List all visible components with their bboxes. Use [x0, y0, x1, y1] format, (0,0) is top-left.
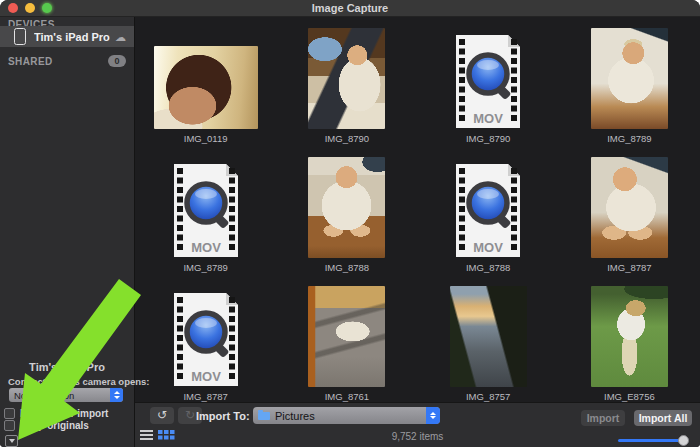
import-all-button[interactable]: Import All [634, 410, 692, 426]
svg-text:MOV: MOV [191, 369, 221, 384]
ipad-icon [14, 28, 26, 45]
delete-after-import-option: Delete after import [4, 408, 108, 419]
grid-item[interactable]: IMG_8789 [559, 16, 700, 145]
quicktime-movie-thumbnail: MOV [452, 34, 524, 129]
grid-item[interactable]: IMG_E8756 [559, 274, 700, 403]
camera-opens-select[interactable]: No application [9, 388, 123, 402]
sidebar: DEVICES Tim's iPad Pro ☁ SHARED 0 Tim's … [0, 16, 135, 447]
file-name: IMG_8790 [325, 133, 369, 145]
photo-thumbnail [591, 157, 668, 258]
titlebar: Image Capture [0, 0, 700, 17]
grid-item[interactable]: IMG_8788 [276, 145, 417, 274]
select-stepper-icon [426, 407, 440, 424]
keep-originals-option: Keep originals [4, 420, 89, 431]
quicktime-mov-icon: MOV [170, 163, 242, 258]
delete-after-import-checkbox[interactable] [4, 408, 15, 419]
quicktime-mov-icon: MOV [452, 34, 524, 129]
camera-opens-value: No application [9, 390, 110, 401]
device-name: Tim's iPad Pro [34, 31, 115, 43]
file-name: IMG_8789 [607, 133, 651, 145]
import-button[interactable]: Import [581, 410, 625, 426]
sidebar-item-device[interactable]: Tim's iPad Pro ☁ [0, 26, 134, 47]
grid-item[interactable]: IMG_8761 [276, 274, 417, 403]
quicktime-mov-icon: MOV [452, 163, 524, 258]
quicktime-movie-thumbnail: MOV [170, 163, 242, 258]
quicktime-movie-thumbnail: MOV [452, 163, 524, 258]
photo-thumbnail [154, 46, 258, 129]
photo-thumbnail [591, 28, 668, 129]
shared-section-header: SHARED [0, 56, 108, 67]
image-capture-window: Image Capture DEVICES Tim's iPad Pro ☁ S… [0, 0, 700, 447]
delete-after-import-label: Delete after import [20, 408, 108, 419]
file-name: IMG_8788 [466, 262, 510, 274]
file-name: IMG_0119 [184, 133, 228, 145]
bottom-toolbar: ↺ ↻ Import To: Pictures Import Import Al… [135, 402, 700, 447]
grid-item[interactable]: MOV IMG_8788 [418, 145, 559, 274]
items-count: 9,752 items [135, 431, 700, 442]
grid-item[interactable]: MOV IMG_8787 [135, 274, 276, 403]
grid-item[interactable]: IMG_8757 [418, 274, 559, 403]
photo-grid: IMG_0119 IMG_8790 [135, 16, 700, 403]
import-to-label: Import To: [196, 410, 250, 422]
slider-knob[interactable] [678, 435, 689, 446]
grid-item[interactable]: MOV IMG_8790 [418, 16, 559, 145]
photo-thumbnail [308, 286, 385, 387]
shared-count-badge: 0 [108, 55, 126, 67]
grid-item[interactable]: MOV IMG_8789 [135, 145, 276, 274]
shared-section[interactable]: SHARED 0 [0, 53, 134, 69]
keep-originals-label: Keep originals [20, 420, 89, 431]
file-name: IMG_8789 [183, 262, 227, 274]
grid-item[interactable]: IMG_8790 [276, 16, 417, 145]
keep-originals-checkbox[interactable] [4, 420, 15, 431]
connect-opens-label: Connecting this camera opens: [8, 376, 132, 387]
import-destination-select[interactable]: Pictures [253, 407, 440, 424]
cloud-icon: ☁ [115, 32, 126, 42]
file-name: IMG_8788 [325, 262, 369, 274]
quicktime-movie-thumbnail: MOV [170, 292, 242, 387]
quicktime-mov-icon: MOV [170, 292, 242, 387]
svg-text:MOV: MOV [473, 111, 503, 126]
thumbnail-size-slider[interactable] [618, 439, 686, 442]
photo-thumbnail [308, 28, 385, 129]
svg-text:MOV: MOV [191, 240, 221, 255]
photo-thumbnail [450, 286, 527, 387]
folder-icon [258, 412, 270, 420]
panel-disclosure-button[interactable] [5, 435, 18, 447]
window-title: Image Capture [0, 0, 700, 16]
rotate-left-button[interactable]: ↺ [150, 407, 174, 424]
select-stepper-icon [110, 388, 123, 402]
photo-thumbnail [591, 286, 668, 387]
grid-item[interactable]: IMG_0119 [135, 16, 276, 145]
grid-item[interactable]: IMG_8787 [559, 145, 700, 274]
svg-text:MOV: MOV [473, 240, 503, 255]
device-panel-title: Tim's iPad Pro [0, 361, 134, 373]
file-name: IMG_8790 [466, 133, 510, 145]
import-destination-value: Pictures [270, 410, 426, 422]
photo-thumbnail [308, 157, 385, 258]
file-name: IMG_8787 [607, 262, 651, 274]
